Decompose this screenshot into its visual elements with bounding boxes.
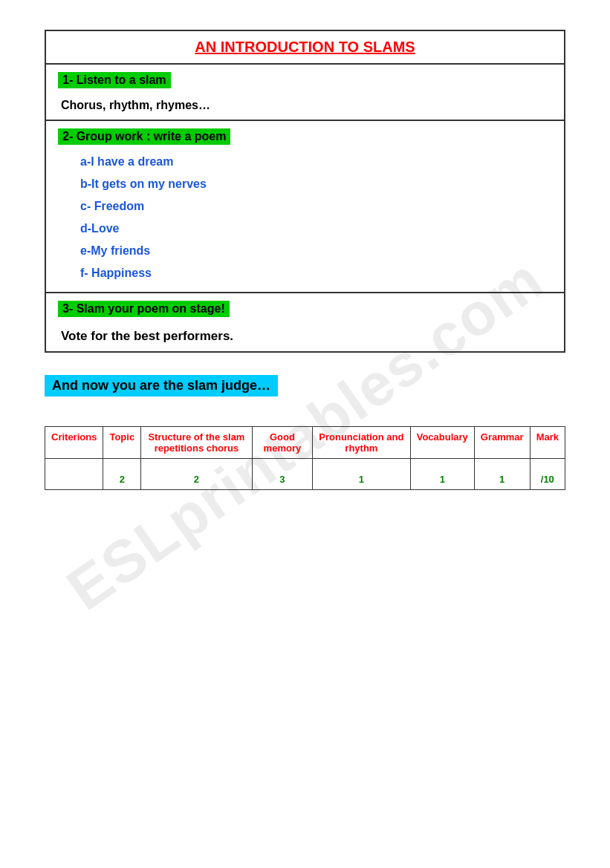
col-structure: Structure of the slam repetitions chorus: [141, 427, 253, 459]
rubric-table: Criterions Topic Structure of the slam r…: [45, 426, 565, 490]
main-content-box: AN INTRODUCTION TO SLAMS 1- Listen to a …: [45, 30, 565, 353]
table-header-row: Criterions Topic Structure of the slam r…: [45, 427, 565, 459]
section-1-header: 1- Listen to a slam: [58, 72, 171, 88]
page-title: AN INTRODUCTION TO SLAMS: [195, 39, 415, 55]
col-memory: Good memory: [252, 427, 312, 459]
empty-criterions: [45, 459, 103, 490]
num-mark: /10: [530, 459, 565, 490]
title-row: AN INTRODUCTION TO SLAMS: [46, 31, 564, 65]
col-criterions: Criterions: [45, 427, 103, 459]
num-grammar: 1: [474, 459, 530, 490]
num-structure: 2: [141, 459, 253, 490]
section-3: 3- Slam your poem on stage! Vote for the…: [46, 293, 564, 351]
section-1-body: Chorus, rhythm, rhymes…: [58, 99, 552, 112]
poem-item-a: a-I have a dream: [58, 151, 552, 173]
num-topic: 2: [103, 459, 141, 490]
judge-banner: And now you are the slam judge…: [45, 375, 278, 397]
num-pronunciation: 1: [313, 459, 411, 490]
table-empty-row: 2 2 3 1 1 1 /10: [45, 459, 565, 490]
judge-section: And now you are the slam judge…: [45, 375, 565, 411]
section-2-header: 2- Group work : write a poem: [58, 128, 230, 145]
col-topic: Topic: [103, 427, 141, 459]
poem-item-b: b-It gets on my nerves: [58, 173, 552, 195]
poem-item-d: d-Love: [58, 218, 552, 240]
poem-item-c: c- Freedom: [58, 195, 552, 218]
col-mark: Mark: [530, 427, 565, 459]
num-vocabulary: 1: [410, 459, 474, 490]
num-memory: 3: [252, 459, 312, 490]
section-3-header: 3- Slam your poem on stage!: [58, 301, 230, 317]
vote-text: Vote for the best performers.: [58, 329, 552, 344]
poem-item-f: f- Happiness: [58, 262, 552, 284]
section-1: 1- Listen to a slam Chorus, rhythm, rhym…: [46, 65, 564, 121]
poem-item-e: e-My friends: [58, 240, 552, 262]
col-pronunciation: Pronunciation and rhythm: [313, 427, 411, 459]
section-2: 2- Group work : write a poem a-I have a …: [46, 121, 564, 293]
col-grammar: Grammar: [474, 427, 530, 459]
col-vocabulary: Vocabulary: [410, 427, 474, 459]
